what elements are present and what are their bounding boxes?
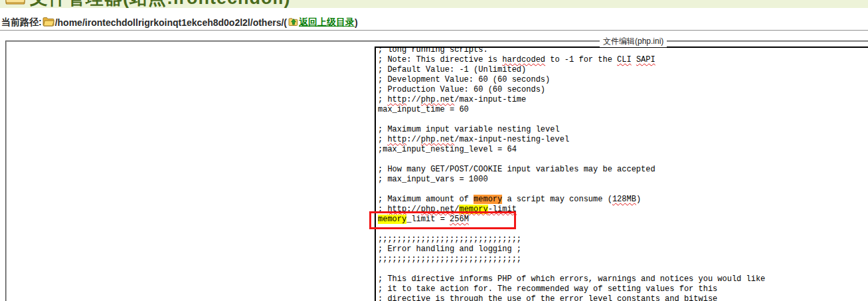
editor-line: ; Production Value: 60 (60 seconds) (378, 85, 868, 95)
editor-line: ; Development Value: 60 (60 seconds) (378, 75, 868, 85)
editor-line: ;;;;;;;;;;;;;;;;;;;;;;;;;;;;;; (378, 235, 868, 245)
editor-line: ; Maximum input variable nesting level (378, 125, 868, 135)
editor-line: ; How many GET/POST/COOKIE input variabl… (378, 165, 868, 175)
editor-line: ;max_input_nesting_level = 64 (378, 145, 868, 155)
editor-line: max_input_time = 60 (378, 105, 868, 115)
editor-line: ; http://php.net/max-input-time (378, 95, 868, 105)
file-content-textarea[interactable]: ; long running scripts.; Note: This dire… (375, 47, 868, 301)
file-edit-legend: 文件编辑(php.ini) (600, 36, 667, 47)
editor-line: ; Maximum amount of memory a script may … (378, 195, 868, 205)
editor-line: ; directive is through the use of the er… (378, 294, 868, 301)
editor-line: ; This directive informs PHP of which er… (378, 274, 868, 284)
editor-line (378, 115, 868, 125)
editor-line (378, 155, 868, 165)
folder-icon (42, 17, 55, 29)
editor-line (378, 264, 868, 274)
breadcrumb: 当前路径: /home/irontechdollrigrkoinqt1ekceh… (1, 17, 358, 29)
paren-close: ) (355, 17, 358, 28)
editor-line: ;;;;;;;;;;;;;;;;;;;;;;;;;;;;;; (378, 254, 868, 264)
current-path: /home/irontechdollrigrkoinqt1ekceh8d0o2l… (55, 17, 284, 28)
editor-line: ; max_input_vars = 1000 (378, 175, 868, 185)
editor-line: ; it to take action for. The recommended… (378, 284, 868, 294)
up-folder-icon[interactable] (287, 17, 299, 29)
editor-line: ; Note: This directive is hardcoded to -… (378, 55, 868, 65)
editor-content: ; long running scripts.; Note: This dire… (378, 47, 868, 301)
page-header: 文件管理器(站点:irontechdoll) (0, 0, 868, 8)
editor-line: ; long running scripts. (378, 47, 868, 55)
editor-line: ; Error handling and logging ; (378, 245, 868, 254)
editor-line (378, 185, 868, 195)
folder-manager-icon (5, 0, 25, 8)
annotation-red-box (369, 211, 516, 229)
horizontal-divider (0, 30, 868, 31)
path-label: 当前路径: (1, 17, 42, 29)
up-directory-link[interactable]: 返回上级目录 (299, 17, 355, 29)
page-title: 文件管理器(站点:irontechdoll) (30, 0, 290, 8)
editor-line: ; Default Value: -1 (Unlimited) (378, 65, 868, 75)
editor-line: ; http://php.net/max-input-nesting-level (378, 135, 868, 145)
